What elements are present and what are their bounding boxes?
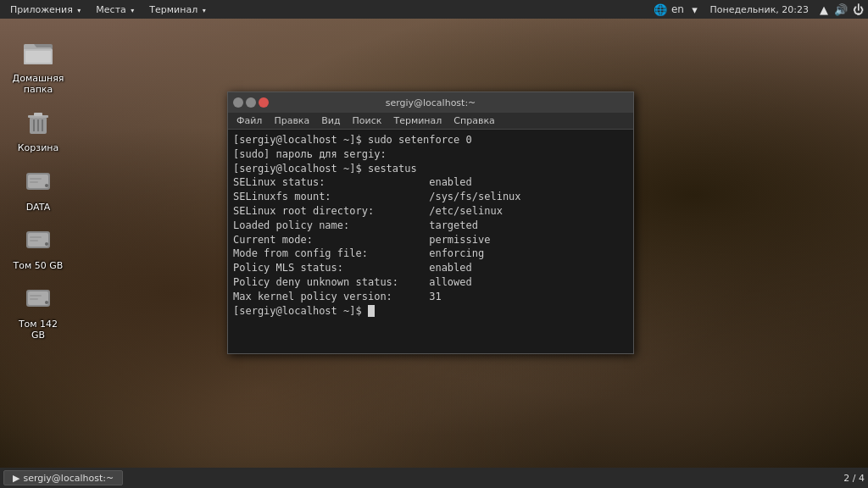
svg-rect-22	[30, 295, 42, 297]
arrow-down-icon[interactable]: ▾	[687, 3, 701, 16]
svg-rect-18	[30, 240, 38, 241]
icon-drive-50gb[interactable]: Том 50 GB	[4, 219, 72, 274]
icon-home-folder[interactable]: Домашняяпапка	[4, 32, 72, 98]
term-menu-terminal[interactable]: Терминал	[388, 114, 447, 128]
terminal-window: sergiy@localhost:~ Файл Правка Вид Поиск…	[227, 92, 634, 354]
data-drive-icon	[21, 164, 55, 198]
term-menu-file[interactable]: Файл	[231, 114, 267, 128]
term-menu-search[interactable]: Поиск	[348, 114, 387, 128]
arrow-icon: ▾	[131, 7, 134, 14]
wifi-icon[interactable]: ▲	[817, 3, 831, 16]
desktop-icons: Домашняяпапка Корзина	[0, 25, 76, 351]
drive-142gb-icon	[21, 281, 55, 315]
icon-trash[interactable]: Корзина	[4, 102, 72, 157]
term-menu-edit[interactable]: Правка	[269, 114, 314, 128]
term-line-4: SELinux status: enabled	[233, 175, 628, 190]
term-line-5: SELinuxfs mount: /sys/fs/selinux	[233, 190, 628, 204]
terminal-menubar: Файл Правка Вид Поиск Терминал Справка	[228, 113, 633, 130]
top-panel: Приложения ▾ Места ▾ Терминал ▾ 🌐 en ▾ П…	[0, 0, 868, 19]
svg-rect-23	[30, 298, 38, 300]
term-line-11: Policy deny unknown status: allowed	[233, 275, 628, 290]
volume-icon[interactable]: 🔊	[834, 3, 848, 16]
term-line-3: [sergiy@localhost ~]$ sestatus	[233, 162, 628, 176]
term-menu-view[interactable]: Вид	[316, 114, 345, 128]
svg-rect-5	[34, 113, 42, 116]
power-icon[interactable]: ⏻	[851, 3, 865, 16]
term-line-13: [sergiy@localhost ~]$	[233, 304, 628, 319]
clock[interactable]: Понедельник, 20:23	[704, 4, 814, 15]
trash-label: Корзина	[18, 142, 58, 153]
svg-rect-12	[30, 178, 42, 180]
panel-left: Приложения ▾ Места ▾ Терминал ▾	[3, 3, 213, 17]
term-line-2: [sudo] пароль для sergiy:	[233, 147, 628, 162]
arrow-icon: ▾	[77, 7, 81, 14]
drive-50gb-icon	[21, 223, 55, 257]
panel-right: 🌐 en ▾ Понедельник, 20:23 ▲ 🔊 ⏻	[654, 3, 865, 16]
lang-indicator[interactable]: en	[670, 3, 684, 16]
home-folder-icon	[21, 36, 55, 69]
term-line-12: Max kernel policy version: 31	[233, 290, 628, 304]
term-line-9: Mode from config file: enforcing	[233, 247, 628, 261]
terminal-title: sergiy@localhost:~	[386, 97, 476, 108]
bottom-panel: ▶ sergiy@localhost:~ 2 / 4	[0, 468, 868, 488]
menu-applications[interactable]: Приложения ▾	[3, 3, 87, 17]
desktop: Приложения ▾ Места ▾ Терминал ▾ 🌐 en ▾ П…	[0, 0, 868, 488]
svg-rect-17	[30, 236, 42, 238]
term-menu-help[interactable]: Справка	[448, 114, 499, 128]
icon-drive-142gb[interactable]: Том 142GB	[4, 278, 72, 344]
drive-50gb-label: Том 50 GB	[14, 260, 64, 271]
workspace-switcher[interactable]: 2 / 4	[843, 473, 865, 484]
home-folder-label: Домашняяпапка	[13, 73, 64, 95]
data-drive-label: DATA	[26, 202, 50, 213]
maximize-button[interactable]	[246, 97, 256, 108]
svg-point-16	[45, 242, 48, 246]
icon-data-drive[interactable]: DATA	[4, 161, 72, 216]
taskbar-terminal[interactable]: ▶ sergiy@localhost:~	[3, 470, 123, 485]
close-button[interactable]	[259, 97, 269, 108]
svg-point-11	[45, 184, 48, 187]
terminal-titlebar: sergiy@localhost:~	[228, 92, 633, 113]
term-line-8: Current mode: permissive	[233, 233, 628, 247]
menu-terminal[interactable]: Терминал ▾	[142, 3, 212, 17]
terminal-icon: ▶	[13, 473, 19, 484]
minimize-button[interactable]	[233, 97, 243, 108]
svg-rect-2	[25, 51, 51, 63]
svg-point-21	[45, 301, 48, 304]
term-line-1: [sergiy@localhost ~]$ sudo setenforce 0	[233, 133, 628, 147]
term-line-6: SELinux root directory: /etc/selinux	[233, 204, 628, 219]
svg-rect-13	[30, 181, 38, 183]
term-line-10: Policy MLS status: enabled	[233, 261, 628, 275]
menu-places[interactable]: Места ▾	[89, 3, 141, 17]
term-line-7: Loaded policy name: targeted	[233, 219, 628, 233]
trash-icon	[21, 105, 55, 139]
network-globe-icon[interactable]: 🌐	[654, 3, 667, 16]
arrow-icon: ▾	[203, 7, 206, 14]
drive-142gb-label: Том 142GB	[19, 319, 58, 341]
terminal-content[interactable]: [sergiy@localhost ~]$ sudo setenforce 0 …	[228, 130, 633, 353]
